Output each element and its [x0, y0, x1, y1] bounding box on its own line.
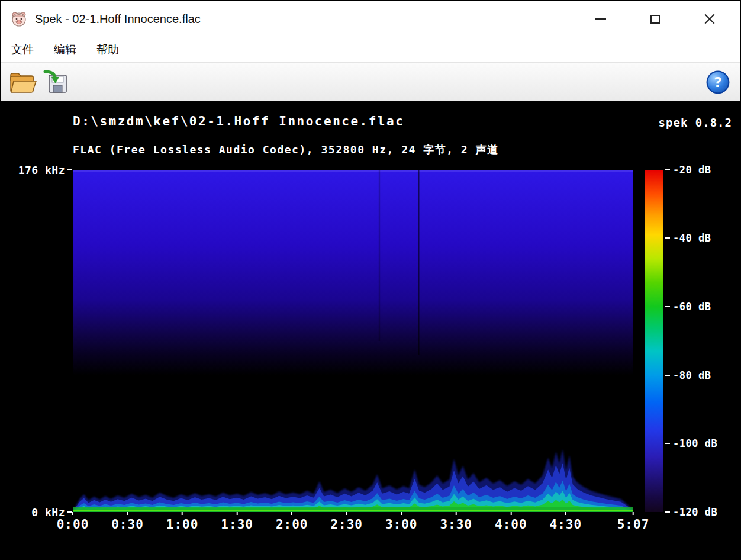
- time-text: 4:00: [495, 517, 527, 532]
- time-tick: [291, 512, 292, 515]
- db-label: -100 dB: [665, 437, 717, 450]
- time-text: 2:30: [330, 517, 363, 532]
- svg-text:?: ?: [714, 75, 721, 90]
- time-text: 3:00: [385, 517, 418, 532]
- time-tick: [346, 512, 347, 515]
- format-info: FLAC (Free Lossless Audio Codec), 352800…: [73, 143, 499, 157]
- db-label: -60 dB: [665, 300, 711, 313]
- spectrogram-panel: D:\smzdm\kef\02-1.Hoff Innocence.flac sp…: [1, 101, 740, 559]
- time-text: 0:00: [57, 517, 89, 532]
- close-icon: [704, 13, 716, 25]
- time-label: 3:30: [440, 512, 472, 532]
- time-tick: [510, 512, 511, 515]
- save-disk-icon: [42, 69, 70, 95]
- folder-open-icon: [9, 69, 37, 95]
- time-label: 2:00: [276, 512, 308, 532]
- help-button[interactable]: ?: [701, 65, 734, 99]
- time-label: 1:00: [166, 512, 199, 532]
- time-tick: [182, 512, 183, 515]
- time-text: 3:30: [440, 517, 472, 532]
- save-spectrogram-button[interactable]: [40, 65, 73, 99]
- menubar: 文件 编辑 帮助: [1, 37, 740, 62]
- db-label: -120 dB: [665, 506, 717, 519]
- freq-tick: [67, 169, 72, 170]
- db-tick: [665, 511, 670, 513]
- db-text: -80 dB: [673, 369, 711, 381]
- time-tick: [401, 512, 402, 515]
- db-tick: [665, 237, 670, 239]
- time-label: 2:30: [330, 512, 363, 532]
- time-text: 2:00: [276, 517, 308, 532]
- db-tick: [665, 375, 670, 376]
- db-text: -60 dB: [673, 301, 711, 313]
- file-path: D:\smzdm\kef\02-1.Hoff Innocence.flac: [73, 114, 404, 128]
- freq-label-max: 176 kHz: [1, 163, 72, 176]
- menu-edit[interactable]: 编辑: [54, 42, 76, 57]
- db-tick: [665, 443, 670, 444]
- window-title: Spek - 02-1.Hoff Innocence.flac: [35, 12, 201, 26]
- db-label: -80 dB: [665, 369, 711, 382]
- toolbar: ?: [1, 62, 740, 101]
- time-text: 1:00: [166, 517, 199, 532]
- time-label: 4:30: [550, 512, 582, 532]
- time-tick: [633, 512, 634, 515]
- db-text: -120 dB: [673, 506, 717, 518]
- time-text: 0:30: [111, 517, 144, 532]
- db-text: -20 dB: [673, 164, 711, 176]
- time-label: 4:00: [495, 512, 527, 532]
- minimize-button[interactable]: [588, 7, 614, 31]
- freq-max-text: 176 kHz: [18, 164, 65, 176]
- spectrogram-plot: [73, 170, 633, 512]
- app-icon: [10, 10, 28, 28]
- db-label: -20 dB: [665, 163, 711, 176]
- help-icon: ?: [705, 70, 730, 95]
- maximize-icon: [650, 15, 660, 24]
- spek-version: spek 0.8.2: [659, 116, 732, 129]
- db-text: -100 dB: [673, 437, 717, 449]
- open-file-button[interactable]: [7, 65, 40, 99]
- db-colorbar: [645, 170, 663, 512]
- time-label: 1:30: [221, 512, 253, 532]
- maximize-button[interactable]: [642, 7, 668, 31]
- menu-help[interactable]: 帮助: [96, 42, 119, 57]
- time-tick: [237, 512, 238, 515]
- time-label: 0:30: [111, 512, 144, 532]
- minimize-icon: [595, 18, 606, 20]
- window-controls: [588, 7, 740, 31]
- time-tick: [127, 512, 128, 515]
- spek-window: Spek - 02-1.Hoff Innocence.flac 文件 编辑 帮助: [0, 0, 741, 560]
- time-text: 4:30: [550, 517, 582, 532]
- close-button[interactable]: [697, 7, 723, 31]
- time-tick: [456, 512, 457, 515]
- db-tick: [665, 306, 670, 307]
- db-text: -40 dB: [673, 232, 711, 244]
- time-label: 3:00: [385, 512, 418, 532]
- time-tick: [565, 512, 566, 515]
- db-label: -40 dB: [665, 231, 711, 244]
- time-tick: [72, 512, 73, 515]
- time-axis: 0:00 0:30 1:00 1:30 2:00 2:30 3:00 3:30 …: [73, 512, 633, 539]
- titlebar[interactable]: Spek - 02-1.Hoff Innocence.flac: [1, 1, 740, 37]
- time-label: 5:07: [617, 512, 650, 532]
- time-text: 1:30: [221, 517, 253, 532]
- time-label: 0:00: [57, 512, 89, 532]
- time-text: 5:07: [617, 517, 650, 532]
- db-tick: [665, 169, 670, 170]
- menu-file[interactable]: 文件: [11, 42, 34, 57]
